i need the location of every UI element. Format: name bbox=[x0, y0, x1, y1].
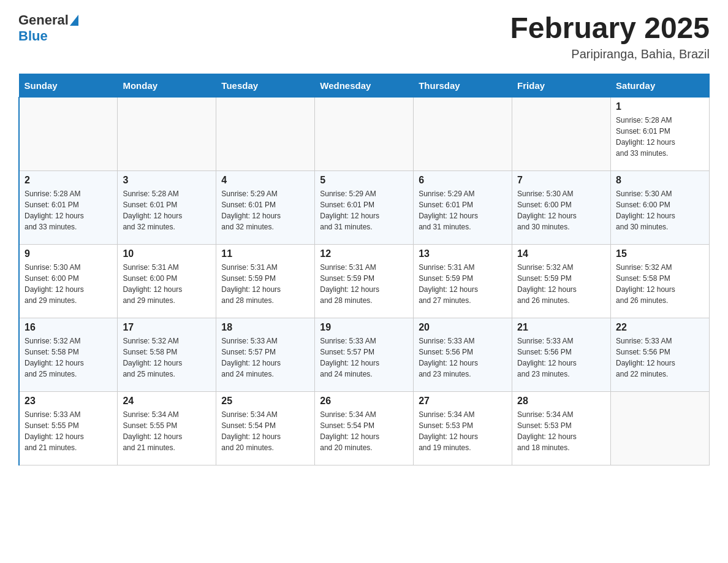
day-info: Sunrise: 5:29 AMSunset: 6:01 PMDaylight:… bbox=[419, 188, 507, 232]
calendar-cell: 1Sunrise: 5:28 AMSunset: 6:01 PMDaylight… bbox=[611, 97, 710, 170]
calendar-cell: 19Sunrise: 5:33 AMSunset: 5:57 PMDayligh… bbox=[315, 318, 414, 391]
day-number: 23 bbox=[25, 396, 112, 407]
day-number: 1 bbox=[616, 101, 704, 112]
day-info: Sunrise: 5:32 AMSunset: 5:59 PMDaylight:… bbox=[517, 262, 605, 306]
weekday-header-wednesday: Wednesday bbox=[315, 74, 414, 97]
calendar-cell: 28Sunrise: 5:34 AMSunset: 5:53 PMDayligh… bbox=[512, 391, 611, 465]
location-text: Paripiranga, Bahia, Brazil bbox=[510, 47, 710, 61]
weekday-header-row: SundayMondayTuesdayWednesdayThursdayFrid… bbox=[19, 74, 710, 97]
day-number: 17 bbox=[123, 322, 211, 333]
day-number: 26 bbox=[320, 396, 408, 407]
calendar-cell: 27Sunrise: 5:34 AMSunset: 5:53 PMDayligh… bbox=[414, 391, 512, 465]
day-info: Sunrise: 5:30 AMSunset: 6:00 PMDaylight:… bbox=[616, 188, 704, 232]
day-number: 14 bbox=[517, 248, 605, 259]
day-info: Sunrise: 5:29 AMSunset: 6:01 PMDaylight:… bbox=[221, 188, 309, 232]
day-number: 22 bbox=[616, 322, 704, 333]
calendar-cell: 20Sunrise: 5:33 AMSunset: 5:56 PMDayligh… bbox=[414, 318, 512, 391]
calendar-cell bbox=[19, 97, 118, 170]
day-info: Sunrise: 5:33 AMSunset: 5:56 PMDaylight:… bbox=[616, 335, 704, 380]
day-number: 12 bbox=[320, 248, 408, 259]
day-info: Sunrise: 5:31 AMSunset: 5:59 PMDaylight:… bbox=[419, 262, 507, 306]
calendar-cell: 10Sunrise: 5:31 AMSunset: 6:00 PMDayligh… bbox=[118, 244, 216, 318]
calendar-cell: 24Sunrise: 5:34 AMSunset: 5:55 PMDayligh… bbox=[118, 391, 216, 465]
day-info: Sunrise: 5:33 AMSunset: 5:57 PMDaylight:… bbox=[320, 335, 408, 380]
day-info: Sunrise: 5:31 AMSunset: 5:59 PMDaylight:… bbox=[320, 262, 408, 306]
day-info: Sunrise: 5:32 AMSunset: 5:58 PMDaylight:… bbox=[123, 335, 211, 380]
day-number: 2 bbox=[25, 175, 112, 186]
day-number: 3 bbox=[123, 175, 211, 186]
day-info: Sunrise: 5:32 AMSunset: 5:58 PMDaylight:… bbox=[25, 335, 112, 380]
day-number: 11 bbox=[221, 248, 309, 259]
day-info: Sunrise: 5:31 AMSunset: 6:00 PMDaylight:… bbox=[123, 262, 211, 306]
logo-triangle-icon bbox=[70, 15, 78, 26]
calendar-cell: 8Sunrise: 5:30 AMSunset: 6:00 PMDaylight… bbox=[611, 170, 710, 244]
calendar-cell: 4Sunrise: 5:29 AMSunset: 6:01 PMDaylight… bbox=[216, 170, 315, 244]
calendar-cell: 26Sunrise: 5:34 AMSunset: 5:54 PMDayligh… bbox=[315, 391, 414, 465]
weekday-header-saturday: Saturday bbox=[611, 74, 710, 97]
week-row-4: 16Sunrise: 5:32 AMSunset: 5:58 PMDayligh… bbox=[19, 318, 710, 391]
day-number: 5 bbox=[320, 175, 408, 186]
weekday-header-thursday: Thursday bbox=[414, 74, 512, 97]
day-number: 8 bbox=[616, 175, 704, 186]
day-info: Sunrise: 5:30 AMSunset: 6:00 PMDaylight:… bbox=[25, 262, 112, 306]
calendar-cell bbox=[611, 391, 710, 465]
day-number: 6 bbox=[419, 175, 507, 186]
day-number: 15 bbox=[616, 248, 704, 259]
day-info: Sunrise: 5:31 AMSunset: 5:59 PMDaylight:… bbox=[221, 262, 309, 306]
day-number: 21 bbox=[517, 322, 605, 333]
page-header: General Blue February 2025 Paripiranga, … bbox=[18, 12, 710, 61]
calendar-cell bbox=[315, 97, 414, 170]
calendar-cell: 17Sunrise: 5:32 AMSunset: 5:58 PMDayligh… bbox=[118, 318, 216, 391]
weekday-header-sunday: Sunday bbox=[19, 74, 118, 97]
day-number: 4 bbox=[221, 175, 309, 186]
calendar-cell: 21Sunrise: 5:33 AMSunset: 5:56 PMDayligh… bbox=[512, 318, 611, 391]
day-info: Sunrise: 5:29 AMSunset: 6:01 PMDaylight:… bbox=[320, 188, 408, 232]
calendar-cell: 2Sunrise: 5:28 AMSunset: 6:01 PMDaylight… bbox=[19, 170, 118, 244]
calendar-cell: 18Sunrise: 5:33 AMSunset: 5:57 PMDayligh… bbox=[216, 318, 315, 391]
day-number: 27 bbox=[419, 396, 507, 407]
day-info: Sunrise: 5:30 AMSunset: 6:00 PMDaylight:… bbox=[517, 188, 605, 232]
week-row-3: 9Sunrise: 5:30 AMSunset: 6:00 PMDaylight… bbox=[19, 244, 710, 318]
calendar-cell: 3Sunrise: 5:28 AMSunset: 6:01 PMDaylight… bbox=[118, 170, 216, 244]
day-info: Sunrise: 5:28 AMSunset: 6:01 PMDaylight:… bbox=[123, 188, 211, 232]
logo: General Blue bbox=[18, 12, 80, 44]
calendar-cell: 6Sunrise: 5:29 AMSunset: 6:01 PMDaylight… bbox=[414, 170, 512, 244]
weekday-header-tuesday: Tuesday bbox=[216, 74, 315, 97]
calendar-cell: 16Sunrise: 5:32 AMSunset: 5:58 PMDayligh… bbox=[19, 318, 118, 391]
day-number: 18 bbox=[221, 322, 309, 333]
day-number: 24 bbox=[123, 396, 211, 407]
calendar-cell: 15Sunrise: 5:32 AMSunset: 5:58 PMDayligh… bbox=[611, 244, 710, 318]
day-number: 10 bbox=[123, 248, 211, 259]
week-row-1: 1Sunrise: 5:28 AMSunset: 6:01 PMDaylight… bbox=[19, 97, 710, 170]
day-info: Sunrise: 5:33 AMSunset: 5:56 PMDaylight:… bbox=[517, 335, 605, 380]
logo-general-text: General bbox=[18, 12, 69, 28]
calendar-cell: 7Sunrise: 5:30 AMSunset: 6:00 PMDaylight… bbox=[512, 170, 611, 244]
day-info: Sunrise: 5:34 AMSunset: 5:53 PMDaylight:… bbox=[517, 409, 605, 453]
calendar-cell: 5Sunrise: 5:29 AMSunset: 6:01 PMDaylight… bbox=[315, 170, 414, 244]
calendar-cell: 12Sunrise: 5:31 AMSunset: 5:59 PMDayligh… bbox=[315, 244, 414, 318]
calendar-cell: 23Sunrise: 5:33 AMSunset: 5:55 PMDayligh… bbox=[19, 391, 118, 465]
calendar-cell: 25Sunrise: 5:34 AMSunset: 5:54 PMDayligh… bbox=[216, 391, 315, 465]
day-info: Sunrise: 5:33 AMSunset: 5:55 PMDaylight:… bbox=[25, 409, 112, 453]
calendar-cell: 22Sunrise: 5:33 AMSunset: 5:56 PMDayligh… bbox=[611, 318, 710, 391]
calendar-cell bbox=[118, 97, 216, 170]
day-number: 25 bbox=[221, 396, 309, 407]
calendar-cell: 11Sunrise: 5:31 AMSunset: 5:59 PMDayligh… bbox=[216, 244, 315, 318]
title-block: February 2025 Paripiranga, Bahia, Brazil bbox=[510, 12, 710, 61]
day-number: 16 bbox=[25, 322, 112, 333]
day-info: Sunrise: 5:34 AMSunset: 5:53 PMDaylight:… bbox=[419, 409, 507, 453]
calendar-cell bbox=[512, 97, 611, 170]
calendar-cell bbox=[414, 97, 512, 170]
day-info: Sunrise: 5:34 AMSunset: 5:54 PMDaylight:… bbox=[320, 409, 408, 453]
day-number: 20 bbox=[419, 322, 507, 333]
calendar-cell: 14Sunrise: 5:32 AMSunset: 5:59 PMDayligh… bbox=[512, 244, 611, 318]
day-number: 9 bbox=[25, 248, 112, 259]
day-number: 13 bbox=[419, 248, 507, 259]
day-info: Sunrise: 5:28 AMSunset: 6:01 PMDaylight:… bbox=[616, 115, 704, 159]
weekday-header-friday: Friday bbox=[512, 74, 611, 97]
week-row-2: 2Sunrise: 5:28 AMSunset: 6:01 PMDaylight… bbox=[19, 170, 710, 244]
day-number: 19 bbox=[320, 322, 408, 333]
month-title: February 2025 bbox=[510, 12, 710, 45]
calendar-cell: 13Sunrise: 5:31 AMSunset: 5:59 PMDayligh… bbox=[414, 244, 512, 318]
day-number: 28 bbox=[517, 396, 605, 407]
